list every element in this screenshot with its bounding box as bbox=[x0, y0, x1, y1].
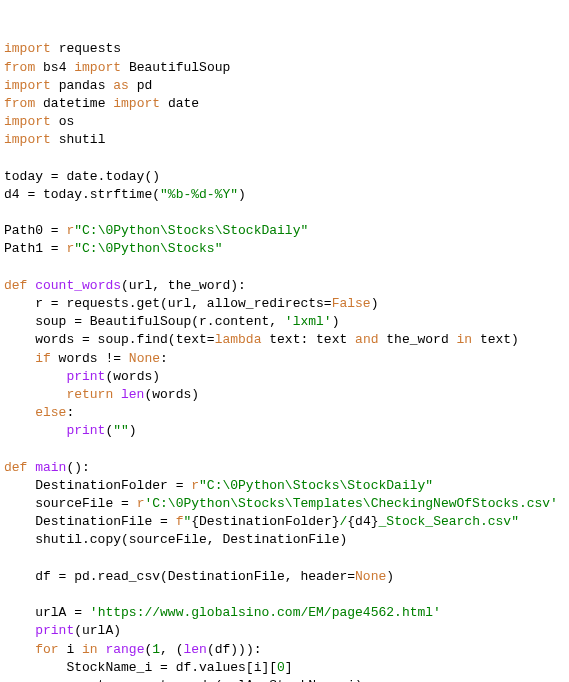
keyword-lambda: lambda bbox=[215, 332, 262, 347]
params: (url, the_word): bbox=[121, 278, 246, 293]
keyword-in: in bbox=[457, 332, 473, 347]
keyword-import: import bbox=[4, 41, 51, 56]
code-text: words = soup.find(text= bbox=[4, 332, 215, 347]
module-name: os bbox=[59, 114, 75, 129]
builtin-range: range bbox=[98, 642, 145, 657]
code-text: ) bbox=[332, 314, 340, 329]
code-text: (words) bbox=[105, 369, 160, 384]
module-name: shutil bbox=[59, 132, 106, 147]
module-name: pandas bbox=[59, 78, 106, 93]
code-text: sourceFile = bbox=[4, 496, 137, 511]
code-text: r = requests.get(url, allow_redirects= bbox=[4, 296, 332, 311]
keyword-import: import bbox=[113, 96, 160, 111]
string-literal: "C:\0Python\Stocks" bbox=[74, 241, 222, 256]
literal-none: None bbox=[355, 569, 386, 584]
builtin-len: len bbox=[183, 642, 206, 657]
keyword-from: from bbox=[4, 96, 35, 111]
import-name: date bbox=[168, 96, 199, 111]
code-line: count = count_words(urlA, StockName_i) bbox=[4, 678, 363, 682]
code-text: words != bbox=[51, 351, 129, 366]
code-text: : bbox=[66, 405, 74, 420]
string-literal: "C:\0Python\Stocks\StockDaily" bbox=[199, 478, 433, 493]
keyword-import: import bbox=[4, 132, 51, 147]
code-text: ) bbox=[129, 423, 137, 438]
code-text: ) bbox=[238, 187, 246, 202]
fstring-expr: {d4} bbox=[347, 514, 378, 529]
function-name: count_words bbox=[35, 278, 121, 293]
alias: pd bbox=[137, 78, 153, 93]
keyword-as: as bbox=[113, 78, 129, 93]
code-text: (df))): bbox=[207, 642, 262, 657]
code-line: shutil.copy(sourceFile, DestinationFile) bbox=[4, 532, 347, 547]
code-text: StockName_i = df.values[i][ bbox=[4, 660, 277, 675]
code-text: Path0 = bbox=[4, 223, 66, 238]
number-literal: 1 bbox=[152, 642, 160, 657]
code-text: (urlA) bbox=[74, 623, 121, 638]
code-text: the_word bbox=[378, 332, 456, 347]
literal-none: None bbox=[129, 351, 160, 366]
keyword-in: in bbox=[82, 642, 98, 657]
function-name: main bbox=[35, 460, 66, 475]
code-text: (words) bbox=[144, 387, 199, 402]
code-text: DestinationFolder = bbox=[4, 478, 191, 493]
code-text: , ( bbox=[160, 642, 183, 657]
code-text: df = pd.read_csv(DestinationFile, header… bbox=[4, 569, 355, 584]
keyword-for: for bbox=[4, 642, 59, 657]
string-literal: 'C:\0Python\Stocks\Templates\CheckingNew… bbox=[144, 496, 557, 511]
builtin-print: print bbox=[4, 369, 105, 384]
string-literal: "C:\0Python\Stocks\StockDaily" bbox=[74, 223, 308, 238]
builtin-print: print bbox=[4, 423, 105, 438]
code-text: DestinationFile = bbox=[4, 514, 176, 529]
keyword-if: if bbox=[4, 351, 51, 366]
module-name: bs4 bbox=[43, 60, 66, 75]
code-text: (): bbox=[66, 460, 89, 475]
code-text: : bbox=[160, 351, 168, 366]
string-literal: _Stock_Search.csv" bbox=[379, 514, 519, 529]
keyword-def: def bbox=[4, 278, 27, 293]
code-text: Path1 = bbox=[4, 241, 66, 256]
keyword-import: import bbox=[4, 78, 51, 93]
keyword-import: import bbox=[4, 114, 51, 129]
keyword-from: from bbox=[4, 60, 35, 75]
keyword-and: and bbox=[355, 332, 378, 347]
string-prefix: r bbox=[191, 478, 199, 493]
code-text: ) bbox=[386, 569, 394, 584]
string-literal: 'https://www.globalsino.com/EM/page4562.… bbox=[90, 605, 441, 620]
code-text: d4 = today.strftime( bbox=[4, 187, 160, 202]
string-literal: "" bbox=[113, 423, 129, 438]
code-text: i bbox=[59, 642, 82, 657]
keyword-import: import bbox=[74, 60, 121, 75]
code-text: ) bbox=[371, 296, 379, 311]
keyword-else: else bbox=[4, 405, 66, 420]
code-text: soup = BeautifulSoup(r.content, bbox=[4, 314, 285, 329]
literal-false: False bbox=[332, 296, 371, 311]
builtin-print: print bbox=[4, 623, 74, 638]
builtin-len: len bbox=[113, 387, 144, 402]
module-name: requests bbox=[59, 41, 121, 56]
keyword-return: return bbox=[4, 387, 113, 402]
import-name: BeautifulSoup bbox=[129, 60, 230, 75]
string-literal: 'lxml' bbox=[285, 314, 332, 329]
code-line: today = date.today() bbox=[4, 169, 160, 184]
code-text: text: text bbox=[261, 332, 355, 347]
string-literal: "%b-%d-%Y" bbox=[160, 187, 238, 202]
keyword-def: def bbox=[4, 460, 27, 475]
code-block: import requests from bs4 import Beautifu… bbox=[4, 40, 565, 682]
code-text: ] bbox=[285, 660, 293, 675]
fstring-expr: {DestinationFolder} bbox=[191, 514, 339, 529]
code-text: urlA = bbox=[4, 605, 90, 620]
number-literal: 0 bbox=[277, 660, 285, 675]
code-text: text) bbox=[472, 332, 519, 347]
module-name: datetime bbox=[43, 96, 105, 111]
